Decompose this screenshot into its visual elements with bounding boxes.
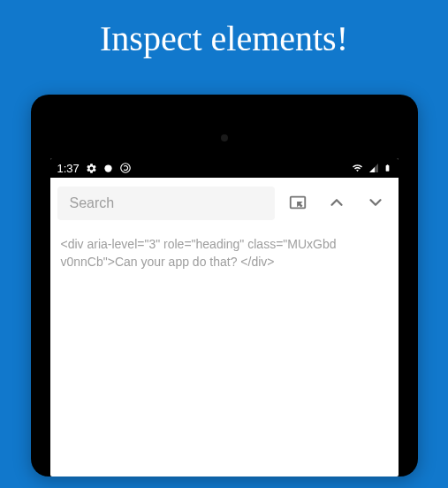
app-toolbar	[50, 178, 399, 229]
app-notification-icon	[119, 162, 132, 174]
svg-point-1	[121, 164, 131, 173]
select-element-button[interactable]	[282, 187, 314, 219]
page-headline: Inspect elements!	[0, 0, 448, 77]
notification-dot-icon	[103, 164, 113, 173]
inspected-html-output[interactable]: <div aria-level="3" role="heading" class…	[50, 229, 399, 278]
status-bar-left: 1:37	[57, 162, 132, 175]
battery-icon	[383, 162, 391, 174]
wifi-icon	[351, 163, 364, 173]
select-element-icon	[288, 193, 308, 215]
status-time: 1:37	[57, 162, 80, 175]
svg-point-0	[104, 164, 111, 172]
tablet-screen: 1:37	[50, 158, 399, 477]
cellular-signal-icon	[368, 163, 380, 173]
status-bar-right	[351, 162, 391, 174]
nav-down-button[interactable]	[360, 187, 391, 219]
gear-icon	[86, 163, 97, 174]
nav-up-button[interactable]	[321, 187, 353, 219]
chevron-down-icon	[366, 193, 385, 215]
tablet-camera	[221, 134, 228, 141]
search-input[interactable]	[57, 187, 275, 220]
tablet-frame: 1:37	[31, 95, 418, 477]
chevron-up-icon	[327, 193, 346, 215]
android-status-bar: 1:37	[50, 158, 399, 178]
